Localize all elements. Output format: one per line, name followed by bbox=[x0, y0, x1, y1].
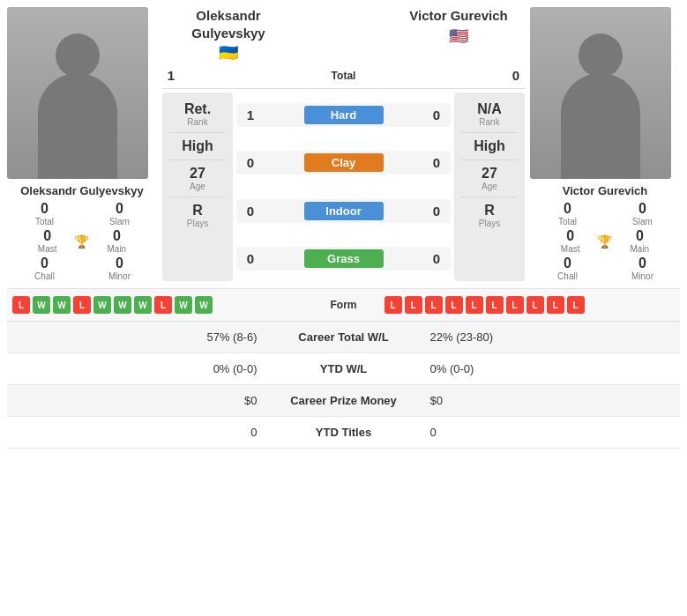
left-age-stat: 27 Age bbox=[169, 160, 226, 197]
stats-row-left-2: $0 bbox=[14, 394, 265, 407]
right-player-name: Victor Gurevich bbox=[530, 184, 680, 197]
left-plays-stat: R Plays bbox=[169, 197, 226, 234]
total-score-row: 1 Total 0 bbox=[162, 66, 525, 89]
right-form-badges: LLLLLLLLLL bbox=[379, 296, 681, 314]
stats-row-center-2: Career Prize Money bbox=[265, 394, 423, 407]
right-form-badge-2: L bbox=[425, 296, 443, 314]
stats-row-1: 0% (0-0)YTD W/L0% (0-0) bbox=[7, 353, 680, 385]
left-rank-stat: Ret. Rank bbox=[169, 96, 226, 133]
right-form-badge-0: L bbox=[385, 296, 402, 314]
right-form-badge-9: L bbox=[567, 296, 585, 314]
right-player-stats-grid: 0 Total 0 Slam bbox=[530, 201, 680, 226]
left-form-badge-9: W bbox=[195, 296, 213, 314]
stats-row-left-3: 0 bbox=[14, 426, 265, 439]
clay-score-row: 0 Clay 0 bbox=[236, 151, 451, 174]
left-stat-slam: 0 Slam bbox=[82, 201, 157, 226]
surface-scores: 1 Hard 0 0 Clay 0 0 Indoor 0 bbox=[236, 93, 451, 281]
form-row: LWWLWWWLWW Form LLLLLLLLLL bbox=[7, 288, 680, 322]
comparison-block: Oleksandr Gulyevskyy 0 Total 0 Slam 0 Ma… bbox=[0, 0, 687, 288]
left-trophy-row: 0 Mast 🏆 0 Main bbox=[7, 228, 157, 254]
stats-row-center-3: YTD Titles bbox=[265, 426, 423, 439]
left-player-panel: Oleksandr Gulyevskyy 0 Total 0 Slam 0 Ma… bbox=[7, 7, 157, 281]
right-player-avatar bbox=[530, 7, 671, 179]
center-section: Oleksandr Gulyevskyy 🇺🇦 Victor Gurevich … bbox=[162, 7, 525, 281]
stats-row-center-0: Career Total W/L bbox=[265, 330, 423, 344]
right-form-badge-3: L bbox=[445, 296, 463, 314]
left-stat-total: 0 Total bbox=[7, 201, 82, 226]
bottom-section: LWWLWWWLWW Form LLLLLLLLLL 57% (8-6)Care… bbox=[7, 288, 680, 449]
stats-row-3: 0YTD Titles0 bbox=[7, 417, 680, 449]
right-stat-minor: 0 Minor bbox=[605, 256, 680, 281]
left-player-stats-grid: 0 Total 0 Slam bbox=[7, 201, 157, 226]
hard-score-row: 1 Hard 0 bbox=[236, 103, 451, 127]
right-form-badge-6: L bbox=[506, 296, 524, 314]
left-form-badge-8: W bbox=[175, 296, 192, 314]
stats-row-2: $0Career Prize Money$0 bbox=[7, 385, 680, 417]
right-stat-mast: 0 Mast bbox=[561, 228, 580, 254]
left-level-stat: High bbox=[169, 133, 226, 160]
right-form-badge-4: L bbox=[466, 296, 483, 314]
stats-row-left-1: 0% (0-0) bbox=[14, 362, 265, 375]
right-form-badge-5: L bbox=[486, 296, 504, 314]
right-trophy-icon: 🏆 bbox=[597, 234, 612, 249]
stats-row-right-3: 0 bbox=[423, 426, 674, 439]
left-trophy-icon: 🏆 bbox=[74, 234, 89, 249]
left-form-badge-6: W bbox=[134, 296, 152, 314]
center-header: Oleksandr Gulyevskyy 🇺🇦 Victor Gurevich … bbox=[162, 7, 525, 63]
grass-score-row: 0 Grass 0 bbox=[236, 247, 451, 271]
middle-panels: Ret. Rank High 27 Age R Plays bbox=[162, 93, 525, 281]
left-stat-chall: 0 Chall bbox=[7, 256, 82, 281]
stats-row-0: 57% (8-6)Career Total W/L22% (23-80) bbox=[7, 322, 680, 353]
right-trophy-row: 0 Mast 🏆 0 Main bbox=[530, 228, 680, 254]
left-form-badge-5: W bbox=[114, 296, 131, 314]
right-rank-stat: N/A Rank bbox=[461, 96, 518, 133]
stats-row-right-0: 22% (23-80) bbox=[423, 330, 674, 344]
right-plays-stat: R Plays bbox=[461, 197, 518, 234]
right-level-stat: High bbox=[461, 133, 518, 160]
right-stat-panel: N/A Rank High 27 Age R Plays bbox=[454, 93, 525, 281]
left-form-badge-1: W bbox=[33, 296, 50, 314]
right-name-block: Victor Gurevich 🇺🇸 bbox=[392, 7, 525, 46]
left-name-block: Oleksandr Gulyevskyy 🇺🇦 bbox=[162, 7, 295, 63]
left-player-name: Oleksandr Gulyevskyy bbox=[7, 184, 157, 197]
right-form-badge-8: L bbox=[547, 296, 564, 314]
right-player-panel: Victor Gurevich 0 Total 0 Slam 0 Mast 🏆 bbox=[530, 7, 680, 281]
left-form-badge-4: W bbox=[93, 296, 111, 314]
left-player-avatar bbox=[7, 7, 148, 179]
stats-row-right-2: $0 bbox=[423, 394, 674, 407]
right-stat-main: 0 Main bbox=[630, 228, 649, 254]
left-player-bottom-stats: 0 Chall 0 Minor bbox=[7, 256, 157, 281]
left-form-badge-7: L bbox=[154, 296, 172, 314]
left-form-badges: LWWLWWWLWW bbox=[7, 296, 309, 314]
left-stat-mast: 0 Mast bbox=[38, 228, 57, 254]
right-form-badge-1: L bbox=[405, 296, 422, 314]
app-container: Oleksandr Gulyevskyy 0 Total 0 Slam 0 Ma… bbox=[0, 0, 687, 449]
left-stat-minor: 0 Minor bbox=[82, 256, 157, 281]
left-stat-main: 0 Main bbox=[107, 228, 126, 254]
indoor-score-row: 0 Indoor 0 bbox=[236, 199, 451, 223]
left-form-badge-3: L bbox=[73, 296, 91, 314]
left-stat-panel: Ret. Rank High 27 Age R Plays bbox=[162, 93, 233, 281]
right-form-badge-7: L bbox=[526, 296, 544, 314]
right-stat-total: 0 Total bbox=[530, 201, 605, 226]
right-stat-slam: 0 Slam bbox=[605, 201, 680, 226]
left-form-badge-2: W bbox=[53, 296, 71, 314]
stats-row-center-1: YTD W/L bbox=[265, 362, 423, 375]
stats-row-right-1: 0% (0-0) bbox=[423, 362, 674, 375]
left-form-badge-0: L bbox=[12, 296, 30, 314]
form-label: Form bbox=[309, 299, 379, 311]
right-age-stat: 27 Age bbox=[461, 160, 518, 197]
stats-rows: 57% (8-6)Career Total W/L22% (23-80)0% (… bbox=[7, 322, 680, 449]
stats-row-left-0: 57% (8-6) bbox=[14, 330, 265, 344]
right-stat-chall: 0 Chall bbox=[530, 256, 605, 281]
right-player-bottom-stats: 0 Chall 0 Minor bbox=[530, 256, 680, 281]
